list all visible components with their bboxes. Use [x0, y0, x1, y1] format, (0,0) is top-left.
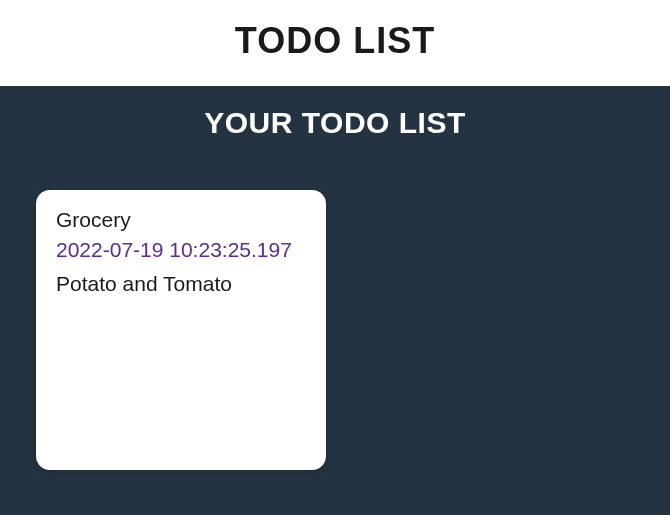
todo-body: Potato and Tomato [56, 272, 306, 296]
app-header: TODO LIST [0, 0, 670, 86]
todo-card[interactable]: Grocery 2022-07-19 10:23:25.197 Potato a… [36, 190, 326, 470]
page-title: TODO LIST [0, 20, 670, 62]
list-subtitle: YOUR TODO LIST [0, 106, 670, 140]
todo-title: Grocery [56, 208, 306, 232]
todo-date: 2022-07-19 10:23:25.197 [56, 238, 306, 262]
main-content: YOUR TODO LIST Grocery 2022-07-19 10:23:… [0, 86, 670, 515]
